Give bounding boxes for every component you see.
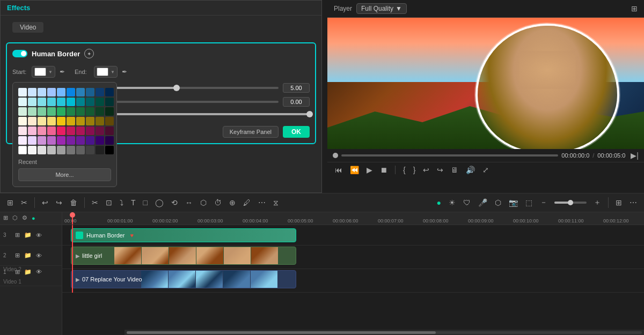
color-cell[interactable]: [96, 117, 104, 125]
magic-icon[interactable]: ✦: [84, 49, 94, 58]
color-cell[interactable]: [47, 107, 56, 116]
track-1-visibility-button[interactable]: 👁: [35, 267, 43, 276]
color-cell[interactable]: [67, 107, 75, 116]
color-cell[interactable]: [86, 117, 94, 125]
skip-back-button[interactable]: ⏮: [333, 165, 345, 175]
color-cell[interactable]: [76, 107, 85, 116]
color-cell[interactable]: [38, 88, 46, 96]
progress-bar[interactable]: [341, 154, 558, 157]
color-cell[interactable]: [86, 136, 94, 145]
color-cell[interactable]: [28, 88, 36, 96]
zoom-out-button[interactable]: －: [537, 196, 550, 209]
cut-tool-button[interactable]: ✂: [89, 197, 101, 209]
adjust-tool-button[interactable]: ⧖: [270, 197, 281, 209]
fullscreen-button[interactable]: ⤢: [480, 165, 491, 175]
color-cell[interactable]: [47, 136, 56, 145]
ok-button[interactable]: OK: [283, 126, 310, 138]
effect-track-bar[interactable]: Human Border ♥: [71, 228, 296, 242]
color-cell[interactable]: [47, 126, 56, 135]
camera-button[interactable]: 📷: [506, 197, 521, 209]
zoom-slider[interactable]: [554, 202, 587, 204]
track-3-add-button[interactable]: ⊞: [14, 230, 21, 240]
mic-button[interactable]: 🎤: [475, 197, 490, 209]
track-settings-button[interactable]: ⚙: [21, 213, 28, 222]
color-cell[interactable]: [38, 136, 46, 145]
color-cell[interactable]: [18, 88, 27, 96]
color-cell[interactable]: [76, 98, 85, 106]
color-cell[interactable]: [76, 146, 85, 154]
color-cell[interactable]: [96, 107, 104, 116]
color-cell[interactable]: [28, 126, 36, 135]
color-cell[interactable]: [105, 88, 114, 96]
color-cell[interactable]: [105, 146, 114, 154]
grid-view-button[interactable]: ⊞: [613, 197, 625, 209]
color-cell[interactable]: [38, 107, 46, 116]
color-cell[interactable]: [28, 136, 36, 145]
color-cell[interactable]: [86, 107, 94, 116]
color-cell[interactable]: [57, 88, 65, 96]
color-cell[interactable]: [57, 98, 65, 106]
color-cell[interactable]: [47, 98, 56, 106]
color-cell[interactable]: [105, 136, 114, 145]
keyframe-panel-button[interactable]: Keyframe Panel: [223, 126, 279, 138]
track-2-visibility-button[interactable]: 👁: [35, 251, 43, 260]
play-to-end-icon[interactable]: ▶|: [631, 151, 639, 160]
hex-button[interactable]: ⬡: [492, 197, 504, 209]
color-cell[interactable]: [57, 117, 65, 125]
color-cell[interactable]: [38, 98, 46, 106]
start-color-dropdown[interactable]: ▼: [32, 66, 55, 78]
color-cell[interactable]: [28, 146, 36, 154]
color-cell[interactable]: [76, 117, 85, 125]
color-cell[interactable]: [76, 126, 85, 135]
color-cell[interactable]: [86, 98, 94, 106]
color-cell[interactable]: [105, 107, 114, 116]
audio-split-button[interactable]: ⤵: [117, 197, 126, 209]
color-cell[interactable]: [96, 88, 104, 96]
color-cell[interactable]: [28, 98, 36, 106]
monitor-button[interactable]: 🖥: [449, 165, 460, 175]
color-cell[interactable]: [105, 117, 114, 125]
select-tool-button[interactable]: ⊞: [4, 197, 16, 209]
zoom-in-button[interactable]: ＋: [591, 196, 604, 209]
undo-tool-button[interactable]: ↩: [39, 197, 51, 209]
color-cell[interactable]: [96, 146, 104, 154]
grid-layout-icon[interactable]: ⊞: [631, 4, 638, 13]
video-tab[interactable]: Video: [12, 22, 43, 33]
record-button[interactable]: ●: [434, 197, 444, 209]
track-3-visibility-button[interactable]: 👁: [35, 231, 43, 240]
track-1-folder-button[interactable]: 📁: [23, 267, 33, 277]
end-color-dropdown[interactable]: ▼: [94, 66, 118, 78]
audio-button[interactable]: 🔊: [464, 165, 477, 175]
color-cell[interactable]: [38, 146, 46, 154]
color-cell[interactable]: [105, 126, 114, 135]
color-cell[interactable]: [57, 146, 65, 154]
color-cell[interactable]: [57, 107, 65, 116]
rotate-tool-button[interactable]: ⟲: [169, 197, 180, 209]
color-cell[interactable]: [18, 126, 27, 135]
size-value-input[interactable]: [283, 83, 310, 93]
undo-button[interactable]: ↩: [421, 165, 431, 175]
color-cell[interactable]: [96, 98, 104, 106]
shield-button[interactable]: 🛡: [460, 197, 473, 209]
color-cell[interactable]: [18, 136, 27, 145]
frame-button[interactable]: ⬚: [523, 197, 535, 209]
color-cell[interactable]: [67, 88, 75, 96]
color-cell[interactable]: [18, 146, 27, 154]
scrollbar-thumb[interactable]: [127, 331, 436, 334]
add-video-track-button[interactable]: ⊞: [2, 213, 9, 222]
color-cell[interactable]: [67, 146, 75, 154]
text-tool-button[interactable]: T: [128, 197, 138, 209]
shape-tool-button[interactable]: ◯: [152, 197, 166, 209]
color-cell[interactable]: [86, 126, 94, 135]
color-cell[interactable]: [57, 136, 65, 145]
lock-tracks-button[interactable]: ●: [31, 214, 36, 222]
color-cell[interactable]: [67, 126, 75, 135]
color-cell[interactable]: [86, 88, 94, 96]
track-1-add-button[interactable]: ⊞: [14, 267, 21, 277]
color-cell[interactable]: [67, 117, 75, 125]
stretch-tool-button[interactable]: ↔: [182, 197, 195, 209]
add-audio-track-button[interactable]: ⬡: [11, 213, 19, 222]
color-cell[interactable]: [96, 136, 104, 145]
end-eyedropper-icon[interactable]: ✒: [122, 68, 127, 76]
color-cell[interactable]: [67, 98, 75, 106]
